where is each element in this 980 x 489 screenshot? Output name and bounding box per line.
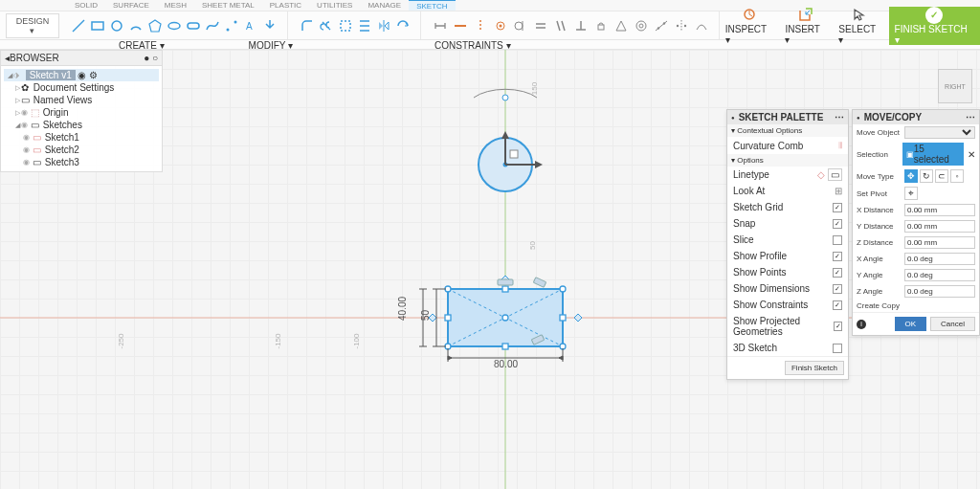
tab-mesh[interactable]: MESH <box>157 0 194 11</box>
sketch1-node[interactable]: ◉▭ Sketch1 <box>4 131 159 144</box>
checkbox[interactable]: ✓ <box>834 322 842 331</box>
move-object-select[interactable] <box>904 126 975 139</box>
tab-surface[interactable]: SURFACE <box>105 0 157 11</box>
coincident-constraint[interactable] <box>492 17 509 34</box>
insert-tool[interactable] <box>261 17 278 34</box>
sketch2-node[interactable]: ◉▭ Sketch2 <box>4 144 159 156</box>
checkbox[interactable]: ✓ <box>833 252 842 261</box>
select-menu[interactable]: SELECT ▾ <box>833 7 888 45</box>
scale-tool[interactable] <box>394 17 412 34</box>
rect-tool[interactable] <box>89 17 106 34</box>
cancel-button[interactable]: Cancel <box>930 317 975 331</box>
origin-node[interactable]: ▷◉⬚ Origin <box>4 106 159 119</box>
pin-icon[interactable]: ⋯ <box>835 112 844 122</box>
parallel-constraint[interactable] <box>552 17 569 34</box>
concentric-constraint[interactable] <box>633 17 650 34</box>
offset-tool[interactable] <box>356 17 373 34</box>
sketch-palette[interactable]: SKETCH PALETTE⋯ ▾ Contextual Options Cur… <box>726 109 849 380</box>
checkbox[interactable] <box>833 235 842 245</box>
doc-settings-node[interactable]: ▷✿ Document Settings <box>4 81 159 94</box>
root-node[interactable]: Sketch v1 <box>26 70 76 80</box>
tab-sketch[interactable]: SKETCH <box>409 0 455 11</box>
fillet-tool[interactable] <box>299 17 316 34</box>
canvas-area[interactable]: 80.00 40.00 50 -250 -150 -100 150 50 ◂ B… <box>0 50 980 489</box>
distance-input[interactable] <box>904 285 975 298</box>
finish-sketch-btn[interactable]: Finish Sketch <box>785 361 844 375</box>
create-label[interactable]: CREATE ▾ <box>115 40 168 49</box>
spline-tool[interactable] <box>204 17 221 34</box>
equal-constraint[interactable] <box>532 17 549 34</box>
browser-header[interactable]: ◂ BROWSER● ○ <box>1 51 162 66</box>
dimension-tool[interactable] <box>432 17 449 34</box>
constraints-label[interactable]: CONSTRAINTS ▾ <box>431 40 514 49</box>
tab-solid[interactable]: SOLID <box>67 0 105 11</box>
trim-tool[interactable] <box>318 17 335 34</box>
named-views-node[interactable]: ▷▭ Named Views <box>4 94 159 106</box>
collinear-constraint[interactable] <box>653 17 670 34</box>
move-copy-panel[interactable]: MOVE/COPY⋯ Move Object Selection▣ 15 sel… <box>852 109 980 336</box>
pin-icon[interactable]: ⋯ <box>966 112 975 122</box>
distance-input[interactable] <box>904 220 975 233</box>
checkbox[interactable]: ✓ <box>833 284 842 294</box>
ribbon: DESIGN ▾ A INSPECT ▾ <box>0 11 980 40</box>
symmetry-constraint[interactable] <box>673 17 690 34</box>
tab-plastic[interactable]: PLASTIC <box>262 0 309 11</box>
info-icon[interactable]: i <box>857 320 866 329</box>
finish-sketch-button[interactable]: ✓FINISH SKETCH ▾ <box>889 7 980 45</box>
radio-icon[interactable]: ◉ <box>78 70 86 80</box>
checkbox[interactable]: ✓ <box>833 219 842 229</box>
insert-menu[interactable]: INSERT ▾ <box>779 7 833 45</box>
move-field: Z Distance <box>853 234 979 251</box>
arc-tool[interactable] <box>127 17 145 34</box>
browser-panel[interactable]: ◂ BROWSER● ○ ◢⬗ Sketch v1 ◉ ⚙ ▷✿ Documen… <box>0 50 163 172</box>
checkbox[interactable]: ✓ <box>833 203 842 212</box>
viewcube[interactable]: RIGHT <box>938 69 972 103</box>
distance-input[interactable] <box>904 253 975 265</box>
checkbox[interactable]: ✓ <box>833 300 842 310</box>
gear-icon[interactable]: ⚙ <box>89 70 98 80</box>
ok-button[interactable]: OK <box>895 317 927 331</box>
mirror-tool[interactable] <box>375 17 392 34</box>
inspect-menu[interactable]: INSPECT ▾ <box>720 7 780 45</box>
perpendicular-constraint[interactable] <box>572 17 590 34</box>
distance-input[interactable] <box>904 204 975 216</box>
modify-label[interactable]: MODIFY ▾ <box>245 40 297 49</box>
extend-tool[interactable] <box>337 17 354 34</box>
selection-chip[interactable]: ▣ 15 selected <box>902 143 964 166</box>
move-type-toggle[interactable]: ✥↻⊂◦ <box>904 169 964 183</box>
svg-point-32 <box>445 344 451 349</box>
palette-header[interactable]: SKETCH PALETTE⋯ <box>727 110 848 124</box>
checkbox[interactable]: ✓ <box>833 268 842 278</box>
options-section[interactable]: ▾ Options <box>727 154 848 167</box>
distance-input[interactable] <box>904 269 975 281</box>
set-pivot-btn[interactable]: ⌖ <box>904 187 918 200</box>
point-tool[interactable] <box>223 17 240 34</box>
line-tool[interactable] <box>70 17 87 34</box>
ellipse-tool[interactable] <box>166 17 183 34</box>
sketches-node[interactable]: ◢◉▭ Sketches <box>4 119 159 131</box>
polygon-tool[interactable] <box>146 17 164 34</box>
movecopy-header[interactable]: MOVE/COPY⋯ <box>853 110 979 124</box>
tab-manage[interactable]: MANAGE <box>360 0 409 11</box>
checkbox[interactable] <box>833 344 842 353</box>
midpoint-constraint[interactable] <box>612 17 630 34</box>
tab-utilities[interactable]: UTILITIES <box>309 0 360 11</box>
fix-constraint[interactable] <box>592 17 610 34</box>
vertical-constraint[interactable] <box>472 17 489 34</box>
comb-icon[interactable]: ⫴ <box>838 140 842 151</box>
contextual-section[interactable]: ▾ Contextual Options <box>727 124 848 137</box>
circle-tool[interactable] <box>108 17 125 34</box>
text-tool[interactable]: A <box>242 17 259 34</box>
clear-selection[interactable]: ✕ <box>968 149 975 160</box>
horizontal-constraint[interactable] <box>452 17 469 34</box>
linetype-combo[interactable]: ◇ ▭ <box>817 169 842 180</box>
distance-input[interactable] <box>904 236 975 249</box>
lookat-icon[interactable]: ⊞ <box>835 186 842 196</box>
tab-sheet metal[interactable]: SHEET METAL <box>194 0 262 11</box>
svg-point-31 <box>560 286 566 292</box>
design-menu[interactable]: DESIGN ▾ <box>6 13 59 38</box>
sketch3-node[interactable]: ◉▭ Sketch3 <box>4 156 159 168</box>
slot-tool[interactable] <box>185 17 202 34</box>
curvature-constraint[interactable] <box>693 17 710 34</box>
tangent-constraint[interactable] <box>512 17 529 34</box>
